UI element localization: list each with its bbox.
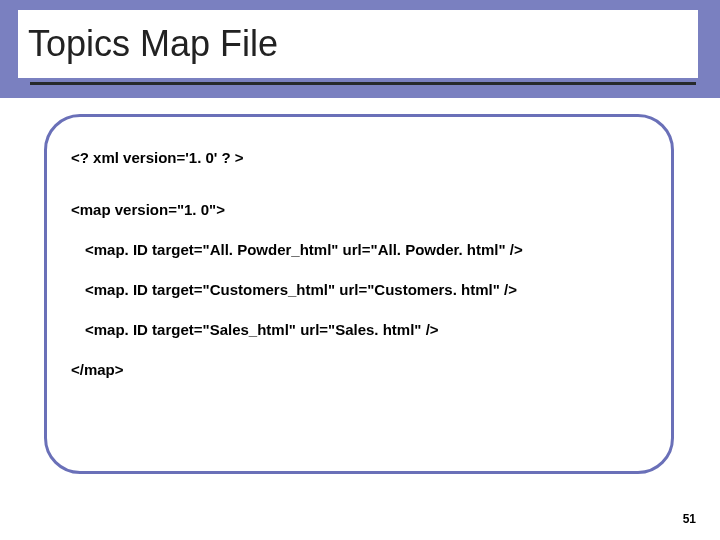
page-title: Topics Map File [28, 23, 278, 65]
page-number: 51 [683, 512, 696, 526]
code-line-map-close: </map> [71, 361, 647, 379]
slide: Topics Map File <? xml version='1. 0' ? … [0, 0, 720, 540]
code-line-xml-decl: <? xml version='1. 0' ? > [71, 149, 647, 167]
code-line-mapid-1: <map. ID target="All. Powder_html" url="… [71, 241, 647, 259]
title-box: Topics Map File [18, 10, 698, 78]
content-frame: <? xml version='1. 0' ? > <map version="… [44, 114, 674, 474]
code-line-mapid-3: <map. ID target="Sales_html" url="Sales.… [71, 321, 647, 339]
code-line-mapid-2: <map. ID target="Customers_html" url="Cu… [71, 281, 647, 299]
title-underline [30, 82, 696, 85]
code-line-map-open: <map version="1. 0"> [71, 201, 647, 219]
